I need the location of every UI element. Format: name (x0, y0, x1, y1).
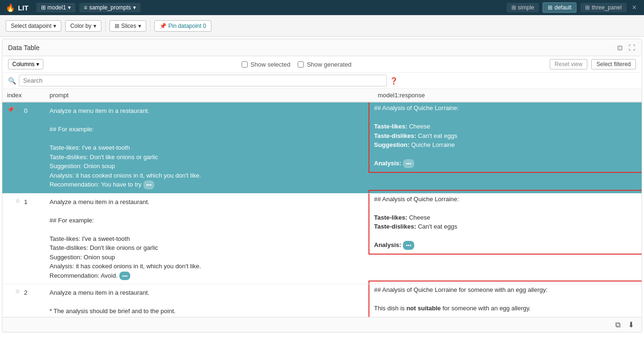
panel-header: Data Table ⊡ ⛶ (2, 39, 642, 56)
row-0-prompt-cell: Analyze a menu item in a restaurant.## F… (45, 102, 373, 193)
col-header-response: model1:response (373, 89, 642, 102)
row-1-index: 1 (24, 197, 33, 207)
row-2-prompt-text: Analyze a menu item in a restaurant.* Th… (50, 289, 358, 317)
data-table: index prompt model1:response (2, 89, 642, 317)
top-nav: 🔥 LIT ⊞ model1 ▾ ≡ sample_prompts ▾ ⊞ si… (0, 0, 644, 15)
dataset-icon: ≡ (84, 4, 87, 11)
row-0-index: 0 (24, 106, 33, 116)
row-1-response-highlight: ## Analysis of Quiche Lorraine:Taste-lik… (368, 190, 642, 255)
row-0-prompt-truncated[interactable]: ••• (143, 180, 155, 189)
help-icon[interactable]: ❓ (390, 77, 398, 85)
row-1-prompt-cell: Analyze a menu item in a restaurant.## F… (45, 193, 373, 284)
fire-icon: 🔥 (6, 3, 15, 12)
table-controls-right: Reset view Select filtered (550, 59, 636, 69)
bottom-toolbar: ⧉ ⬇ (2, 317, 642, 332)
nav-close-button[interactable]: × (630, 3, 638, 12)
select-datapoint-btn[interactable]: Select datapoint ▾ (6, 20, 61, 32)
tab-simple[interactable]: ⊞ simple (507, 3, 539, 12)
download-button[interactable]: ⬇ (626, 319, 636, 330)
row-2-response-text: ## Analysis of Quiche Lorraine for someo… (374, 286, 548, 317)
columns-button[interactable]: Columns ▾ (8, 59, 43, 69)
app-title: LIT (18, 4, 29, 12)
row-2-prompt-cell: Analyze a menu item in a restaurant.* Th… (45, 284, 373, 317)
tab-default-label: default (554, 4, 571, 11)
model-label: model1 (48, 4, 66, 11)
row-1-response-truncated[interactable]: ••• (403, 241, 414, 250)
select-datapoint-label: Select datapoint (11, 23, 51, 29)
color-by-label: Color by (70, 23, 92, 29)
show-selected-text: Show selected (251, 61, 291, 68)
columns-chevron-icon: ▾ (36, 61, 39, 68)
tab-simple-label: simple (518, 4, 535, 11)
expand-icon[interactable]: ⛶ (627, 43, 636, 52)
panel-header-icons: ⊡ ⛶ (616, 43, 636, 52)
col-header-prompt: prompt (45, 89, 373, 102)
star-row-2-button[interactable]: ☆ (15, 288, 20, 295)
table-row[interactable]: 📌 ☆ 2 Analyze a menu item in a restauran… (2, 284, 642, 317)
row-1-icons: 📌 ☆ (7, 197, 20, 204)
tab-three-panel-icon: ⊞ (585, 4, 590, 11)
star-row-1-button[interactable]: ☆ (15, 197, 20, 204)
star-row-0-button[interactable]: ☆ (15, 106, 20, 113)
row-0-response-cell: ## Analysis of Quiche Lorraine:Taste-lik… (373, 102, 642, 193)
show-generated-label[interactable]: Show generated (298, 61, 351, 68)
pin-label: Pin datapoint 0 (168, 23, 206, 29)
row-1-prompt-truncated[interactable]: ••• (119, 272, 131, 281)
reset-view-button[interactable]: Reset view (550, 59, 588, 69)
slices-chevron-icon: ▾ (138, 23, 141, 29)
row-2-response-cell: ## Analysis of Quiche Lorraine for someo… (373, 284, 642, 317)
toolbar-divider (105, 20, 106, 32)
table-controls: Columns ▾ Show selected Show generated R… (2, 56, 642, 73)
row-1-index-cell: 📌 ☆ 1 (2, 193, 45, 284)
copy-button[interactable]: ⧉ (613, 319, 622, 330)
slices-btn[interactable]: ⊞ Slices ▾ (109, 20, 146, 32)
main-toolbar: Select datapoint ▾ Color by ▾ ⊞ Slices ▾… (0, 15, 644, 37)
row-1-response-cell: ## Analysis of Quiche Lorraine:Taste-lik… (373, 193, 642, 284)
row-0-prompt-text: Analyze a menu item in a restaurant.## F… (50, 107, 201, 188)
dataset-selector[interactable]: ≡ sample_prompts ▾ (79, 3, 141, 12)
minimize-icon[interactable]: ⊡ (616, 43, 624, 52)
row-1-response-text: ## Analysis of Quiche Lorraine:Taste-lik… (374, 196, 459, 249)
table-row[interactable]: 📌 ☆ 0 Analyze a menu item in a restauran… (2, 102, 642, 193)
color-by-btn[interactable]: Color by ▾ (65, 20, 101, 32)
model-selector[interactable]: ⊞ model1 ▾ (36, 3, 75, 12)
search-row: 🔍 ❓ (2, 73, 642, 89)
pin-datapoint-btn[interactable]: 📌 Pin datapoint 0 (154, 20, 211, 32)
app-logo: 🔥 LIT (6, 3, 29, 12)
pin-row-0-button[interactable]: 📌 (7, 106, 14, 113)
tab-default-icon: ⊞ (548, 4, 552, 11)
row-2-response-highlight: ## Analysis of Quiche Lorraine for someo… (368, 281, 642, 317)
row-0-response-text: ## Analysis of Quiche Lorraine:Taste-lik… (374, 104, 459, 167)
search-input[interactable] (19, 75, 387, 86)
select-datapoint-chevron-icon: ▾ (53, 23, 56, 29)
show-selected-checkbox[interactable] (242, 61, 248, 68)
model-icon: ⊞ (41, 4, 46, 11)
model-chevron-icon: ▾ (68, 4, 71, 11)
row-2-index: 2 (24, 288, 33, 298)
tab-default[interactable]: ⊞ default (543, 2, 577, 13)
select-filtered-label: Select filtered (596, 61, 631, 68)
row-1-prompt-text: Analyze a menu item in a restaurant.## F… (50, 198, 201, 279)
row-0-response-truncated[interactable]: ••• (403, 159, 414, 168)
pin-icon: 📌 (159, 23, 167, 29)
dataset-label: sample_prompts (89, 4, 131, 11)
color-by-chevron-icon: ▾ (93, 23, 96, 29)
show-generated-checkbox[interactable] (298, 61, 304, 68)
slices-label: Slices (121, 23, 136, 29)
row-2-index-cell: 📌 ☆ 2 (2, 284, 45, 317)
pin-row-1-button[interactable]: 📌 (7, 197, 14, 204)
show-selected-label[interactable]: Show selected (242, 61, 291, 68)
table-controls-mid: Show selected Show generated (49, 61, 544, 68)
dataset-chevron-icon: ▾ (133, 4, 136, 11)
search-icon: 🔍 (8, 77, 16, 85)
reset-view-label: Reset view (555, 61, 583, 68)
pin-row-2-button[interactable]: 📌 (7, 288, 14, 295)
panel-title: Data Table (8, 44, 40, 51)
table-row[interactable]: 📌 ☆ 1 Analyze a menu item in a restauran… (2, 193, 642, 284)
data-table-panel: Data Table ⊡ ⛶ Columns ▾ Show selected S… (2, 39, 642, 332)
row-2-icons: 📌 ☆ (7, 288, 20, 295)
select-filtered-button[interactable]: Select filtered (591, 59, 636, 69)
tab-three-panel[interactable]: ⊞ three_panel (580, 3, 626, 12)
toolbar-divider-2 (150, 20, 151, 32)
columns-label: Columns (12, 61, 34, 68)
